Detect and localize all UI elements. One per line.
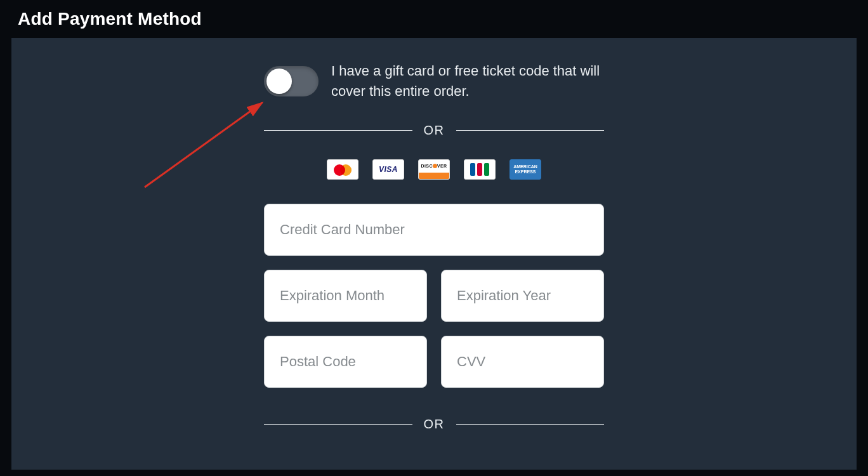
jcb-icon bbox=[464, 159, 496, 180]
accepted-card-brands: VISA DISCVER AMERICAN EXPRESS bbox=[264, 159, 604, 180]
giftcard-toggle-row: I have a gift card or free ticket code t… bbox=[264, 61, 604, 102]
divider-text: OR bbox=[424, 123, 445, 138]
giftcard-toggle[interactable] bbox=[264, 66, 319, 96]
postal-code-input[interactable] bbox=[264, 336, 427, 388]
divider-line bbox=[456, 424, 605, 425]
amex-icon: AMERICAN EXPRESS bbox=[510, 159, 541, 180]
payment-panel: I have a gift card or free ticket code t… bbox=[11, 38, 857, 470]
divider-line bbox=[456, 130, 605, 131]
cvv-input[interactable] bbox=[441, 336, 604, 388]
divider-text: OR bbox=[424, 417, 445, 432]
credit-card-form bbox=[264, 204, 604, 388]
divider-line bbox=[264, 130, 412, 131]
expiration-month-input[interactable] bbox=[264, 270, 427, 322]
expiration-year-input[interactable] bbox=[441, 270, 604, 322]
toggle-knob-icon bbox=[266, 69, 292, 94]
mastercard-icon bbox=[327, 159, 358, 180]
svg-line-0 bbox=[145, 103, 262, 187]
annotation-arrow-icon bbox=[138, 83, 284, 197]
divider-or-bottom: OR bbox=[264, 417, 604, 432]
page-title: Add Payment Method bbox=[0, 0, 868, 36]
divider-or-top: OR bbox=[264, 123, 604, 138]
divider-line bbox=[264, 424, 412, 425]
discover-icon: DISCVER bbox=[418, 159, 450, 180]
visa-icon: VISA bbox=[372, 159, 404, 180]
giftcard-toggle-label: I have a gift card or free ticket code t… bbox=[331, 61, 604, 102]
card-number-input[interactable] bbox=[264, 204, 604, 256]
